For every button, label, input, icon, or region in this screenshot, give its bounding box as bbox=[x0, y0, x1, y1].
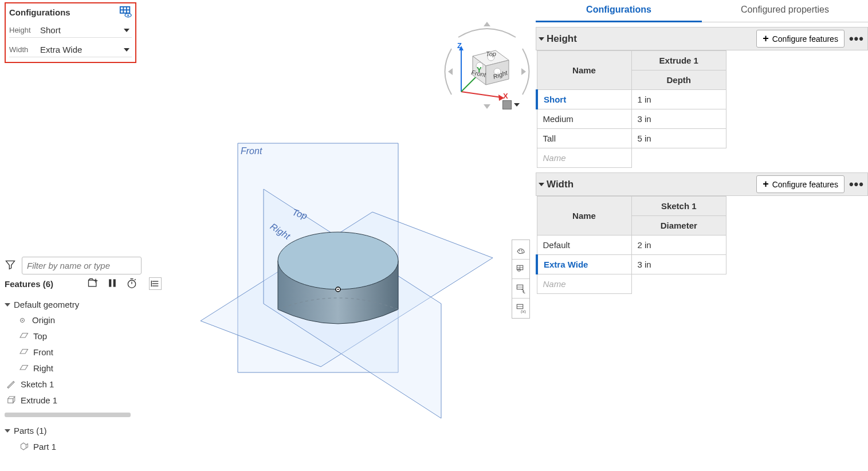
tree-label: Front bbox=[33, 347, 53, 357]
svg-rect-9 bbox=[109, 279, 111, 286]
tree-item-top[interactable]: Top bbox=[5, 328, 138, 344]
tree-item-origin[interactable]: Origin bbox=[5, 312, 138, 328]
feature-tree: Default geometry Origin Top Front Right … bbox=[5, 297, 138, 454]
config-section-height: Height + Configure features ••• Name Ext… bbox=[536, 27, 868, 168]
svg-marker-27 bbox=[448, 68, 453, 75]
config-table-height: Name Extrude 1 Depth Short 1 in Medium 3… bbox=[536, 50, 726, 168]
plane-label-front: Front bbox=[241, 146, 262, 156]
config-height-select[interactable]: Short bbox=[38, 24, 132, 36]
config-table-width: Name Sketch 1 Diameter Default 2 in Extr… bbox=[536, 196, 726, 294]
config-height-value: Short bbox=[40, 25, 61, 35]
render-mode-button[interactable] bbox=[502, 100, 520, 109]
tree-scrollbar[interactable] bbox=[5, 413, 131, 417]
tree-item-part1[interactable]: Part 1 bbox=[5, 438, 138, 454]
table-row[interactable]: Medium 3 in bbox=[537, 109, 726, 129]
configure-features-button[interactable]: + Configure features bbox=[756, 175, 845, 193]
svg-point-42 bbox=[521, 251, 523, 252]
sketch-icon bbox=[6, 379, 16, 389]
filter-icon[interactable] bbox=[5, 259, 16, 272]
svg-rect-10 bbox=[113, 279, 116, 286]
flat-list-button[interactable] bbox=[149, 277, 162, 290]
row-name[interactable]: Default bbox=[537, 236, 631, 255]
config-table-tool-button[interactable] bbox=[512, 260, 529, 279]
more-menu-icon[interactable]: ••• bbox=[849, 177, 864, 192]
tree-group-default-geometry[interactable]: Default geometry bbox=[5, 297, 138, 312]
config-link-tool-button[interactable] bbox=[512, 279, 529, 299]
chevron-down-icon bbox=[514, 103, 520, 107]
stopwatch-icon[interactable] bbox=[126, 277, 138, 291]
viewport-tool-strip: (x) bbox=[512, 240, 530, 319]
configure-features-label: Configure features bbox=[772, 180, 838, 189]
table-row[interactable]: Extra Wide 3 in bbox=[537, 255, 726, 274]
svg-text:(x): (x) bbox=[521, 309, 526, 314]
row-name[interactable]: Short bbox=[537, 90, 631, 109]
tree-label: Sketch 1 bbox=[21, 379, 54, 389]
tree-item-sketch1[interactable]: Sketch 1 bbox=[5, 376, 138, 392]
tree-label: Extrude 1 bbox=[21, 395, 57, 405]
table-new-row[interactable]: Name bbox=[537, 148, 726, 168]
config-section-width: Width + Configure features ••• Name Sket… bbox=[536, 172, 868, 294]
axis-x-label: X bbox=[503, 92, 508, 100]
col-param: Depth bbox=[631, 70, 726, 90]
chevron-down-icon bbox=[124, 29, 129, 32]
row-name[interactable]: Tall bbox=[537, 129, 631, 148]
svg-rect-18 bbox=[8, 399, 13, 403]
chevron-down-icon bbox=[5, 429, 10, 433]
col-name: Name bbox=[537, 51, 631, 90]
chevron-down-icon[interactable] bbox=[539, 37, 544, 41]
tree-item-right[interactable]: Right bbox=[5, 360, 138, 376]
plus-icon: + bbox=[763, 33, 769, 45]
plus-icon: + bbox=[763, 178, 769, 190]
row-value[interactable]: 5 in bbox=[631, 129, 726, 148]
svg-point-41 bbox=[521, 249, 523, 250]
svg-marker-26 bbox=[484, 104, 490, 109]
tree-label: Right bbox=[33, 363, 53, 373]
new-row-placeholder[interactable]: Name bbox=[537, 148, 631, 168]
table-row[interactable]: Short 1 in bbox=[537, 90, 726, 109]
chevron-down-icon[interactable] bbox=[539, 183, 544, 186]
plane-icon bbox=[18, 331, 29, 341]
svg-point-11 bbox=[128, 280, 135, 288]
config-width-label: Width bbox=[9, 45, 38, 54]
config-height-row: Height Short bbox=[9, 24, 132, 38]
configuration-visibility-icon[interactable] bbox=[119, 6, 132, 18]
row-value[interactable]: 2 in bbox=[631, 236, 726, 255]
tree-item-front[interactable]: Front bbox=[5, 344, 138, 360]
tab-configurations[interactable]: Configurations bbox=[536, 0, 702, 22]
more-menu-icon[interactable]: ••• bbox=[849, 32, 864, 46]
col-feature: Extrude 1 bbox=[631, 51, 726, 70]
row-value[interactable]: 3 in bbox=[631, 255, 726, 274]
row-value[interactable]: 3 in bbox=[631, 109, 726, 129]
right-panel-tabs: Configurations Configured properties bbox=[536, 0, 868, 22]
row-value[interactable]: 1 in bbox=[631, 90, 726, 109]
chevron-down-icon bbox=[124, 48, 129, 52]
axis-z-label: Z bbox=[457, 41, 462, 50]
new-row-placeholder[interactable]: Name bbox=[537, 274, 631, 294]
row-name[interactable]: Extra Wide bbox=[537, 255, 631, 274]
row-name[interactable]: Medium bbox=[537, 109, 631, 129]
tree-label: Part 1 bbox=[33, 442, 56, 452]
appearance-tool-button[interactable] bbox=[512, 240, 529, 260]
config-width-row: Width Extra Wide bbox=[9, 44, 132, 57]
tree-label: Default geometry bbox=[14, 300, 79, 309]
feature-filter-input[interactable] bbox=[22, 257, 142, 274]
col-feature: Sketch 1 bbox=[631, 197, 726, 216]
svg-marker-28 bbox=[521, 68, 526, 75]
config-panel: Configurations Height Short Width Extra … bbox=[5, 2, 136, 63]
add-feature-icon[interactable] bbox=[87, 277, 99, 291]
config-panel-title: Configurations bbox=[9, 7, 70, 17]
tab-configured-properties[interactable]: Configured properties bbox=[702, 0, 868, 22]
tree-label: Origin bbox=[32, 315, 55, 325]
tree-group-parts[interactable]: Parts (1) bbox=[5, 423, 138, 438]
features-tools bbox=[87, 277, 138, 291]
config-variable-tool-button[interactable]: (x) bbox=[512, 299, 529, 318]
pause-icon[interactable] bbox=[107, 277, 118, 291]
table-row[interactable]: Default 2 in bbox=[537, 236, 726, 255]
plane-icon bbox=[18, 363, 29, 373]
configure-features-button[interactable]: + Configure features bbox=[756, 30, 845, 48]
table-row[interactable]: Tall 5 in bbox=[537, 129, 726, 148]
chevron-down-icon bbox=[5, 303, 10, 307]
tree-item-extrude1[interactable]: Extrude 1 bbox=[5, 392, 138, 408]
config-width-select[interactable]: Extra Wide bbox=[38, 44, 132, 56]
table-new-row[interactable]: Name bbox=[537, 274, 726, 294]
